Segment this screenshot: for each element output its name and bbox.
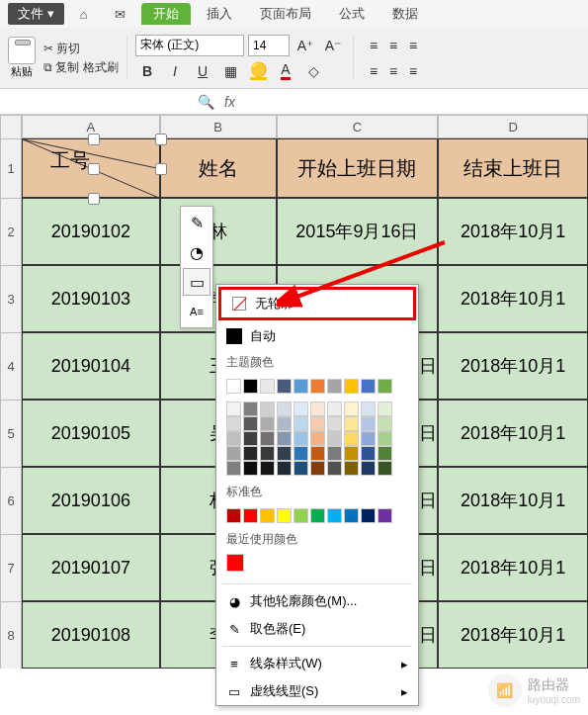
color-swatch[interactable] (260, 446, 275, 461)
color-swatch[interactable] (277, 379, 292, 394)
table-cell[interactable]: 2018年10月1 (438, 265, 588, 332)
color-swatch[interactable] (361, 461, 376, 476)
no-outline-item[interactable]: 无轮廓 (218, 287, 416, 320)
color-swatch[interactable] (310, 431, 325, 446)
color-swatch[interactable] (327, 402, 342, 416)
color-swatch[interactable] (226, 379, 241, 394)
color-swatch[interactable] (327, 431, 342, 446)
border-button[interactable]: ▦ (218, 59, 242, 83)
underline-button[interactable]: U (191, 59, 214, 83)
color-swatch[interactable] (344, 402, 359, 416)
tab-formula[interactable]: 公式 (327, 3, 377, 25)
color-swatch[interactable] (361, 446, 376, 461)
row-header-8[interactable]: 8 (0, 601, 22, 669)
shape-fill-button[interactable]: ◔ (183, 238, 210, 266)
paste-button[interactable]: 粘贴 (8, 37, 36, 79)
color-swatch[interactable] (327, 461, 342, 476)
col-header-c[interactable]: C (277, 115, 439, 138)
auto-color-item[interactable]: 自动 (216, 322, 418, 350)
color-swatch[interactable] (344, 461, 359, 476)
shape-outline-button[interactable]: ▭ (183, 268, 210, 296)
tab-placeholder-1[interactable]: ⌂ (68, 5, 100, 24)
color-swatch[interactable] (294, 431, 308, 446)
color-swatch[interactable] (344, 379, 359, 394)
color-swatch[interactable] (361, 431, 376, 446)
color-swatch[interactable] (260, 431, 275, 446)
col-header-b[interactable]: B (160, 115, 277, 138)
color-swatch[interactable] (277, 508, 292, 523)
color-swatch[interactable] (310, 416, 325, 431)
increase-font-button[interactable]: A⁺ (294, 34, 317, 57)
cell-header-end[interactable]: 结束上班日 (438, 138, 588, 198)
color-swatch[interactable] (260, 416, 275, 431)
color-swatch[interactable] (226, 508, 241, 523)
color-swatch[interactable] (378, 416, 392, 431)
table-cell[interactable]: 2018年10月1 (438, 534, 588, 601)
color-swatch[interactable] (277, 431, 292, 446)
font-name-select[interactable] (135, 35, 244, 56)
selection-handle[interactable] (88, 193, 100, 205)
cell-header-name[interactable]: 姓名 (160, 138, 277, 198)
color-swatch[interactable] (361, 402, 376, 416)
fill-color-button[interactable]: 🟡 (246, 59, 270, 83)
color-swatch[interactable] (243, 402, 258, 416)
color-swatch[interactable] (361, 379, 376, 394)
color-swatch[interactable] (310, 402, 325, 416)
tab-insert[interactable]: 插入 (195, 3, 244, 25)
color-swatch[interactable] (260, 508, 275, 523)
color-swatch[interactable] (226, 446, 241, 461)
color-swatch[interactable] (294, 461, 308, 476)
color-swatch[interactable] (243, 379, 258, 394)
color-swatch[interactable] (378, 402, 392, 416)
align-bottom[interactable]: ≡ (401, 34, 425, 57)
cut-button[interactable]: ✂ 剪切 (43, 41, 119, 57)
color-swatch[interactable] (294, 508, 308, 523)
color-swatch[interactable] (226, 416, 241, 431)
table-cell[interactable]: 20190108 (22, 601, 160, 669)
color-swatch[interactable] (243, 508, 258, 523)
row-header-1[interactable]: 1 (0, 138, 22, 198)
color-swatch[interactable] (243, 416, 258, 431)
row-header-3[interactable]: 3 (0, 265, 22, 332)
color-swatch[interactable] (361, 416, 376, 431)
corner-cell[interactable] (0, 115, 22, 138)
color-swatch[interactable] (310, 379, 325, 394)
color-swatch[interactable] (243, 461, 258, 476)
tab-layout[interactable]: 页面布局 (248, 3, 323, 25)
color-swatch[interactable] (277, 402, 292, 416)
color-swatch[interactable] (243, 431, 258, 446)
color-swatch[interactable] (378, 446, 392, 461)
clear-format-button[interactable]: ◇ (301, 59, 325, 83)
line-style-item[interactable]: ≡ 线条样式(W)▸ (216, 650, 418, 677)
table-cell[interactable]: 2018年10月1 (438, 467, 588, 534)
color-swatch[interactable] (260, 461, 275, 476)
tab-placeholder-2[interactable]: ✉ (103, 5, 137, 24)
edit-shape-button[interactable]: ✎ (183, 209, 210, 236)
table-cell[interactable]: 2018年10月1 (438, 332, 588, 400)
selection-handle[interactable] (88, 163, 100, 175)
color-swatch[interactable] (327, 446, 342, 461)
color-swatch[interactable] (294, 379, 308, 394)
table-cell[interactable]: 2018年10月1 (438, 400, 588, 467)
color-swatch[interactable] (310, 508, 325, 523)
color-swatch[interactable] (294, 416, 308, 431)
color-swatch[interactable] (226, 554, 244, 572)
color-swatch[interactable] (378, 431, 392, 446)
cell-header-diag[interactable]: 工号 (22, 138, 160, 198)
color-swatch[interactable] (260, 379, 275, 394)
color-swatch[interactable] (327, 379, 342, 394)
color-swatch[interactable] (226, 431, 241, 446)
color-swatch[interactable] (327, 508, 342, 523)
table-cell[interactable]: 林 (160, 198, 277, 265)
font-size-select[interactable] (248, 35, 290, 56)
selection-handle[interactable] (88, 134, 100, 145)
table-cell[interactable]: 20190107 (22, 534, 160, 601)
color-swatch[interactable] (344, 431, 359, 446)
color-swatch[interactable] (226, 461, 241, 476)
table-cell[interactable]: 2015年9月16日 (277, 198, 439, 265)
color-swatch[interactable] (226, 402, 241, 416)
row-header-6[interactable]: 6 (0, 467, 22, 534)
more-colors-item[interactable]: ◕ 其他轮廓颜色(M)... (216, 587, 418, 615)
color-swatch[interactable] (344, 446, 359, 461)
color-swatch[interactable] (260, 402, 275, 416)
